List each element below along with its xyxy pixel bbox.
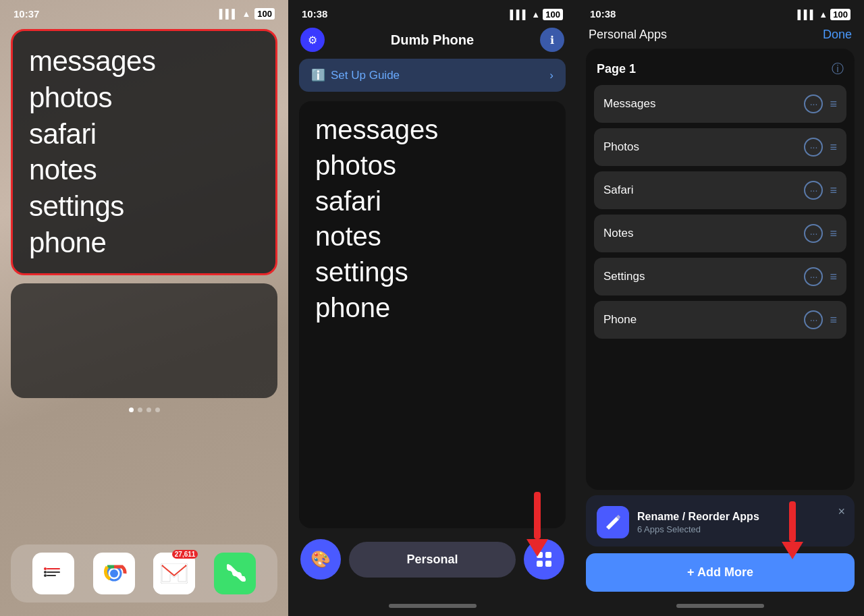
svg-rect-0 <box>41 561 65 586</box>
screen3-dots-safari[interactable]: ··· <box>804 181 823 200</box>
screen3-app-name-settings: Settings <box>603 270 804 283</box>
screen3-row-messages[interactable]: Messages ··· ≡ <box>594 85 846 123</box>
screen3-dots-photos[interactable]: ··· <box>804 138 823 157</box>
screen2-app-notes[interactable]: notes <box>315 219 549 254</box>
screen3-row-safari[interactable]: Safari ··· ≡ <box>594 171 846 209</box>
screen3-app-name-phone: Phone <box>603 313 804 327</box>
screen3-content: Page 1 ⓘ Messages ··· ≡ Photos ··· ≡ Saf… <box>586 49 855 490</box>
screen3-handle-phone[interactable]: ≡ <box>830 313 837 327</box>
screen3-popup-header: Rename / Reorder Apps 6 Apps Selected <box>597 506 844 538</box>
screen3-dots-settings[interactable]: ··· <box>804 267 823 286</box>
screen3-handle-photos[interactable]: ≡ <box>830 140 837 155</box>
screen3-battery: 100 <box>830 9 850 20</box>
screen3-done-button[interactable]: Done <box>823 28 852 42</box>
screen2-wifi-icon: ▲ <box>531 9 540 20</box>
screen3-status-right: ▌▌▌ ▲ 100 <box>797 8 850 20</box>
screen3-signal-icon: ▌▌▌ <box>797 9 816 20</box>
screen3-status-bar: 10:38 ▌▌▌ ▲ 100 <box>576 0 864 24</box>
screen2-palette-button[interactable]: 🎨 <box>300 539 341 580</box>
screen2-time: 10:38 <box>302 8 327 20</box>
screen3-app-name-messages: Messages <box>603 97 804 111</box>
screen3-popup-text: Rename / Reorder Apps 6 Apps Selected <box>637 511 759 534</box>
screen3-row-photos[interactable]: Photos ··· ≡ <box>594 128 846 166</box>
screen1-time: 10:37 <box>14 8 39 20</box>
screen3-info-icon: ⓘ <box>832 61 844 77</box>
screen3-app-name-notes: Notes <box>603 227 804 240</box>
screen3-bottom-popup: Rename / Reorder Apps 6 Apps Selected × <box>586 495 855 547</box>
screen2-arrow-head <box>526 539 548 557</box>
dock-gmail-icon[interactable]: 27,611 <box>153 553 195 594</box>
screen2-app-phone[interactable]: phone <box>315 290 549 326</box>
screen2-nav-info-icon[interactable]: ℹ <box>540 28 564 52</box>
screen1-wifi-icon: ▲ <box>242 9 250 19</box>
screen3-row-settings[interactable]: Settings ··· ≡ <box>594 258 846 296</box>
svg-rect-13 <box>537 561 543 567</box>
screen1-status-bar: 10:37 ▌▌▌ ▲ 100 <box>0 0 288 24</box>
svg-rect-1 <box>47 568 60 569</box>
screen3-handle-safari[interactable]: ≡ <box>830 184 837 198</box>
screen1-signal-icon: ▌▌▌ <box>219 9 238 19</box>
screen3-home-indicator <box>676 604 764 608</box>
screen3-popup-title: Rename / Reorder Apps <box>637 511 759 523</box>
screen3: 10:38 ▌▌▌ ▲ 100 Personal Apps Done Page … <box>576 0 864 616</box>
screen3-nav-title: Personal Apps <box>589 28 667 42</box>
screen1-dot-2 <box>138 408 142 412</box>
svg-point-4 <box>44 567 47 570</box>
screen1-app-list-box: messages photos safari notes settings ph… <box>11 29 277 275</box>
svg-point-5 <box>44 571 47 573</box>
screen3-arrow-shaft <box>789 501 796 542</box>
screen3-row-notes[interactable]: Notes ··· ≡ <box>594 215 846 252</box>
screen1-status-right: ▌▌▌ ▲ 100 <box>219 8 275 20</box>
screen1-app-photos[interactable]: photos <box>29 80 259 116</box>
dock-chrome-icon[interactable] <box>93 553 135 594</box>
screen3-time: 10:38 <box>590 8 616 20</box>
screen2-nav-gear-icon[interactable]: ⚙ <box>300 28 325 52</box>
screen2-app-settings[interactable]: settings <box>315 254 549 290</box>
screen1-app-notes[interactable]: notes <box>29 152 259 188</box>
screen1-dot-1 <box>129 408 134 412</box>
screen2-status-right: ▌▌▌ ▲ 100 <box>510 8 563 20</box>
screen1-app-safari[interactable]: safari <box>29 116 259 152</box>
screen3-dots-phone[interactable]: ··· <box>804 310 823 329</box>
screen3-wifi-icon: ▲ <box>819 9 828 20</box>
screen2-app-photos[interactable]: photos <box>315 148 549 184</box>
screen1-app-messages[interactable]: messages <box>29 43 259 80</box>
screen2-setup-guide-label: Set Up Guide <box>331 69 400 82</box>
screen2-home-indicator <box>389 604 477 608</box>
screen2-app-safari[interactable]: safari <box>315 184 549 219</box>
screen3-arrow-head <box>782 542 803 559</box>
screen3-popup-subtitle: 6 Apps Selected <box>637 524 759 534</box>
svg-rect-3 <box>47 575 56 576</box>
screen2-setup-guide[interactable]: ℹ️ Set Up Guide › <box>299 59 566 92</box>
svg-point-9 <box>110 569 118 578</box>
screen3-dots-messages[interactable]: ··· <box>804 94 823 113</box>
screen3-handle-notes[interactable]: ≡ <box>830 227 837 241</box>
screen1-empty-box <box>11 283 277 398</box>
screen1-app-phone[interactable]: phone <box>29 225 259 261</box>
screen3-row-phone[interactable]: Phone ··· ≡ <box>594 301 846 339</box>
screen2-info-circle-icon: ℹ️ <box>311 68 325 82</box>
screen1-dot-4 <box>155 408 160 412</box>
screen1: 10:37 ▌▌▌ ▲ 100 messages photos safari n… <box>0 0 288 616</box>
screen2-battery: 100 <box>543 9 563 20</box>
screen2-red-arrow <box>526 492 548 557</box>
screen3-add-more-button[interactable]: + Add More <box>586 553 855 592</box>
screen2-setup-guide-left: ℹ️ Set Up Guide <box>311 68 400 82</box>
screen1-app-settings[interactable]: settings <box>29 188 259 225</box>
screen3-red-arrow <box>782 501 803 559</box>
screen2-app-list: messages photos safari notes settings ph… <box>299 101 566 528</box>
gmail-badge: 27,611 <box>172 550 198 559</box>
dock-reminders-icon[interactable] <box>32 553 74 594</box>
screen3-dots-notes[interactable]: ··· <box>804 224 823 243</box>
screen3-handle-settings[interactable]: ≡ <box>830 270 837 284</box>
screen2-personal-button[interactable]: Personal <box>349 542 516 578</box>
screen3-handle-messages[interactable]: ≡ <box>830 97 837 111</box>
dock-phone-icon[interactable] <box>214 553 256 594</box>
screen3-nav-bar: Personal Apps Done <box>576 24 864 49</box>
screen3-popup-close-button[interactable]: × <box>838 505 845 519</box>
screen2-app-messages[interactable]: messages <box>315 112 549 148</box>
screen1-dot-3 <box>146 408 151 412</box>
screen3-page-label: Page 1 <box>597 62 636 76</box>
svg-point-6 <box>44 574 47 577</box>
screen2-nav-title: Dumb Phone <box>391 32 474 48</box>
